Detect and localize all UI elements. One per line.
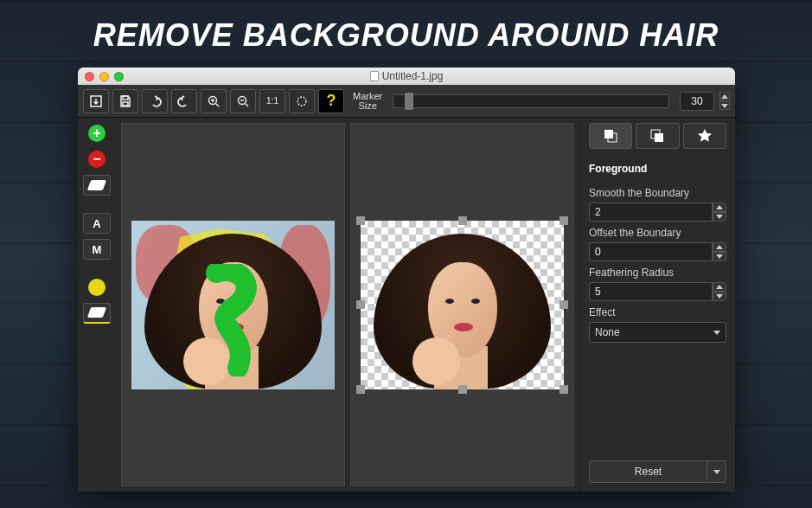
svg-rect-1 <box>123 96 128 100</box>
crop-handle[interactable] <box>356 216 365 225</box>
crop-handle[interactable] <box>559 300 568 309</box>
smooth-input[interactable]: 2 <box>589 203 713 222</box>
manual-mode-button[interactable]: M <box>83 239 111 260</box>
foreground-stroke-overlay <box>199 264 277 376</box>
feather-label: Feathering Radius <box>589 267 726 279</box>
tab-foreground[interactable] <box>589 123 632 149</box>
smooth-label: Smooth the Boundary <box>589 187 726 199</box>
crop-handle[interactable] <box>559 385 568 394</box>
offset-step-down[interactable] <box>713 252 726 261</box>
marker-size-label: Marker Size <box>353 92 382 111</box>
effect-dropdown[interactable]: None <box>589 322 726 343</box>
save-button[interactable] <box>112 89 138 113</box>
mark-foreground-tool[interactable]: + <box>83 123 111 144</box>
smooth-step-down[interactable] <box>713 212 726 222</box>
promo-headline: REMOVE BACKGROUND AROUND HAIR <box>0 0 812 62</box>
import-button[interactable] <box>83 89 109 113</box>
app-window: Untitled-1.jpg 1:1 ? Marker Size <box>78 68 735 492</box>
help-button[interactable]: ? <box>318 89 344 113</box>
source-canvas[interactable] <box>121 123 345 486</box>
auto-mode-button[interactable]: A <box>83 213 111 234</box>
undo-button[interactable] <box>142 89 168 113</box>
panel-section-title: Foreground <box>589 163 726 175</box>
zoom-out-button[interactable] <box>230 89 256 113</box>
slider-thumb-icon[interactable] <box>405 93 413 110</box>
feather-step-up[interactable] <box>713 282 726 292</box>
crop-handle[interactable] <box>356 300 365 309</box>
document-icon <box>370 71 379 81</box>
svg-rect-9 <box>655 133 663 142</box>
tab-favorites[interactable] <box>683 123 726 149</box>
marker-size-value[interactable]: 30 <box>680 92 714 111</box>
smooth-step-up[interactable] <box>713 203 726 212</box>
tab-background[interactable] <box>636 123 679 149</box>
result-image <box>361 221 564 389</box>
feather-input[interactable]: 5 <box>589 282 713 301</box>
window-title: Untitled-1.jpg <box>382 70 444 82</box>
offset-step-up[interactable] <box>713 242 726 252</box>
effect-label: Effect <box>589 306 726 318</box>
eraser-tool[interactable] <box>83 175 111 196</box>
crop-handle[interactable] <box>458 385 467 394</box>
zoom-actual-button[interactable]: 1:1 <box>259 89 285 113</box>
marker-size-slider[interactable] <box>393 94 669 108</box>
reset-button[interactable]: Reset <box>589 460 707 483</box>
hair-tool[interactable] <box>83 277 111 298</box>
eraser-icon <box>87 307 106 318</box>
chevron-down-icon <box>713 470 720 474</box>
tool-sidebar: + − A M <box>78 118 116 492</box>
chevron-down-icon <box>713 331 720 335</box>
hair-eraser-tool[interactable] <box>83 303 111 324</box>
mark-background-tool[interactable]: − <box>83 149 111 170</box>
svg-rect-2 <box>123 102 128 106</box>
reset-menu-button[interactable] <box>707 460 726 483</box>
feather-step-down[interactable] <box>713 292 726 301</box>
marker-size-step-down[interactable] <box>719 101 730 110</box>
eraser-icon <box>87 180 106 190</box>
marker-size-step-up[interactable] <box>719 92 730 100</box>
svg-rect-6 <box>604 130 613 138</box>
toolbar: 1:1 ? Marker Size 30 <box>78 85 735 118</box>
titlebar: Untitled-1.jpg <box>78 68 735 85</box>
result-canvas[interactable] <box>350 123 574 486</box>
crop-handle[interactable] <box>559 216 568 225</box>
crop-handle[interactable] <box>356 385 365 394</box>
zoom-fit-button[interactable] <box>289 89 315 113</box>
offset-label: Offset the Boundary <box>589 227 726 239</box>
zoom-in-button[interactable] <box>201 89 227 113</box>
properties-panel: Foreground Smooth the Boundary 2 Offset … <box>579 118 735 492</box>
effect-value: None <box>595 326 620 338</box>
redo-button[interactable] <box>171 89 197 113</box>
offset-input[interactable]: 0 <box>589 242 713 261</box>
crop-handle[interactable] <box>458 216 467 225</box>
svg-point-5 <box>297 97 306 106</box>
